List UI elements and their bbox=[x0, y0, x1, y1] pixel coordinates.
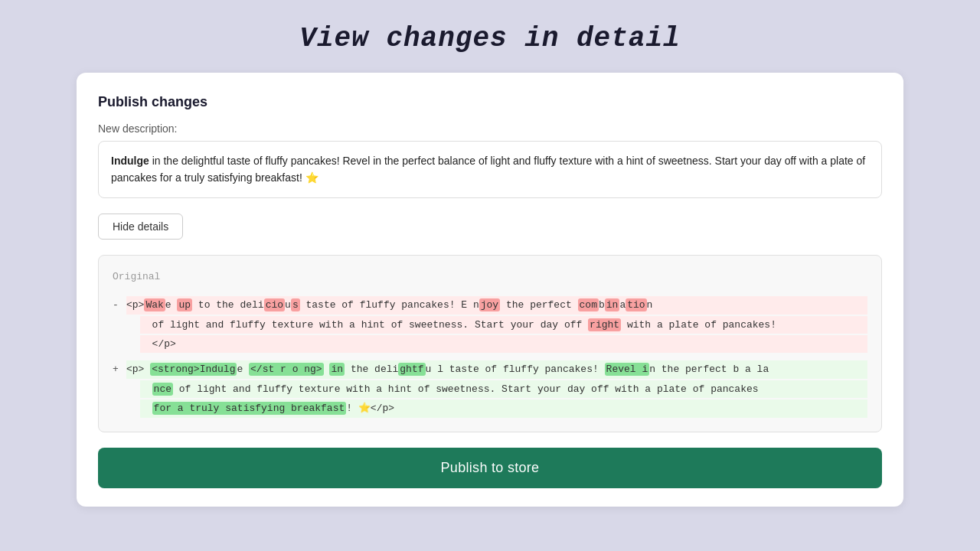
diff-removed-content-3: </p> bbox=[140, 335, 867, 353]
diff-removed-content: <p>Wake up to the delicious taste of flu… bbox=[126, 296, 867, 314]
diff-added-content-3: for a truly satisfying breakfast! ⭐</p> bbox=[140, 399, 867, 417]
hide-details-button[interactable]: Hide details bbox=[98, 214, 183, 240]
diff-removed-line-2: of light and fluffy texture with a hint … bbox=[113, 316, 867, 334]
diff-plus-prefix: + bbox=[113, 360, 126, 378]
description-label: New description: bbox=[98, 122, 882, 135]
card-title: Publish changes bbox=[98, 94, 882, 110]
diff-added-content-2: nce of light and fluffy texture with a h… bbox=[140, 380, 867, 398]
diff-removed-line-3: </p> bbox=[113, 335, 867, 353]
description-rest: in the delightful taste of fluffy pancak… bbox=[111, 155, 865, 184]
diff-container: Original - <p>Wake up to the delicious t… bbox=[98, 255, 882, 432]
diff-added-line: + <p> <strong>Indulge </st r o ng> in th… bbox=[113, 360, 867, 378]
diff-removed-content-2: of light and fluffy texture with a hint … bbox=[140, 316, 867, 334]
description-bold: Indulge bbox=[111, 155, 149, 167]
description-box: Indulge in the delightful taste of fluff… bbox=[98, 141, 882, 198]
diff-added-line-3: for a truly satisfying breakfast! ⭐</p> bbox=[113, 399, 867, 417]
page-title: View changes in detail bbox=[299, 23, 680, 54]
diff-added-content: <p> <strong>Indulge </st r o ng> in the … bbox=[126, 360, 867, 378]
diff-label: Original bbox=[113, 268, 867, 285]
diff-minus-prefix: - bbox=[113, 296, 126, 314]
diff-removed-line: - <p>Wake up to the delicious taste of f… bbox=[113, 296, 867, 314]
diff-added-line-2: nce of light and fluffy texture with a h… bbox=[113, 380, 867, 398]
main-card: Publish changes New description: Indulge… bbox=[77, 73, 903, 507]
publish-button[interactable]: Publish to store bbox=[98, 448, 882, 488]
